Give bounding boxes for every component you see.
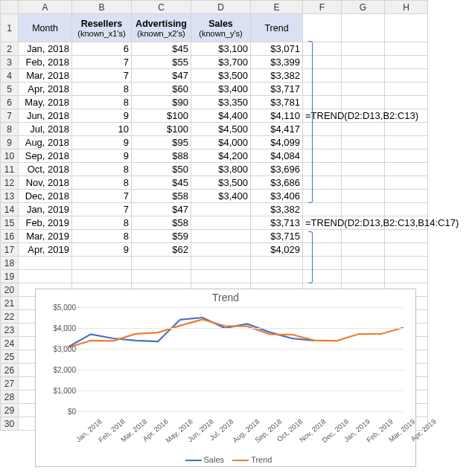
header-trend[interactable]: Trend — [251, 14, 303, 42]
cell[interactable] — [385, 243, 428, 257]
cell[interactable] — [385, 230, 428, 243]
table-row[interactable]: 17Apr, 20199$62$4,029 — [1, 243, 428, 257]
cell-trend[interactable]: $4,084 — [251, 149, 303, 163]
table-row[interactable]: 14Jan, 20197$47$3,382 — [1, 203, 428, 216]
row-number[interactable]: 10 — [1, 149, 19, 163]
cell[interactable] — [342, 83, 385, 96]
cell-trend[interactable]: $3,696 — [251, 163, 303, 176]
cell[interactable] — [385, 83, 428, 96]
row-number[interactable]: 28 — [1, 390, 19, 404]
table-row[interactable]: 2Jan, 20186$45$3,100$3,071 — [1, 42, 428, 56]
row-number[interactable]: 3 — [1, 56, 19, 69]
header-month[interactable]: Month — [19, 14, 72, 42]
table-row[interactable]: 4Mar, 20187$47$3,500$3,382 — [1, 69, 428, 83]
cell-resellers[interactable]: 8 — [72, 230, 132, 243]
table-row[interactable]: 19 — [1, 270, 428, 283]
cell-sales[interactable]: $3,350 — [191, 96, 251, 109]
cell-resellers[interactable]: 8 — [72, 163, 132, 176]
cell-advertising[interactable]: $58 — [132, 190, 191, 203]
cell[interactable] — [385, 190, 428, 203]
table-row[interactable]: 3Feb, 20187$55$3,700$3,399 — [1, 56, 428, 69]
column-header-row[interactable]: A B C D E F G H — [1, 1, 428, 14]
col-F[interactable]: F — [303, 1, 342, 14]
cell[interactable] — [342, 243, 385, 257]
cell[interactable] — [191, 270, 251, 283]
cell[interactable] — [342, 56, 385, 69]
cell[interactable] — [385, 136, 428, 149]
cell[interactable] — [385, 163, 428, 176]
cell-resellers[interactable]: 9 — [72, 109, 132, 123]
cell-sales[interactable] — [191, 203, 251, 216]
col-A[interactable]: A — [19, 1, 72, 14]
cell-resellers[interactable]: 9 — [72, 136, 132, 149]
cell[interactable] — [191, 257, 251, 270]
cell-trend[interactable]: $3,399 — [251, 56, 303, 69]
row-number[interactable]: 19 — [1, 270, 19, 283]
cell[interactable] — [132, 257, 191, 270]
table-row[interactable]: 15Feb, 20198$58$3,713=TREND(D2:D13,B2:C1… — [1, 216, 428, 230]
table-row[interactable]: 11Oct, 20188$50$3,800$3,696 — [1, 163, 428, 176]
table-row[interactable]: 9Aug, 20189$95$4,000$4,099 — [1, 136, 428, 149]
chart[interactable]: Trend Jan, 2018Feb, 2018Mar, 2018Apr, 20… — [35, 289, 416, 467]
cell[interactable] — [342, 69, 385, 83]
cell[interactable] — [132, 270, 191, 283]
cell-month[interactable]: Oct, 2018 — [19, 163, 72, 176]
row-number[interactable]: 12 — [1, 176, 19, 190]
row-number[interactable]: 2 — [1, 42, 19, 56]
cell[interactable] — [342, 176, 385, 190]
table-row[interactable]: 5Apr, 20188$60$3,400$3,717 — [1, 83, 428, 96]
row-number[interactable]: 6 — [1, 96, 19, 109]
table-row[interactable]: 10Sep, 20189$88$4,200$4,084 — [1, 149, 428, 163]
cell-month[interactable]: Aug, 2018 — [19, 136, 72, 149]
cell-advertising[interactable]: $88 — [132, 149, 191, 163]
cell[interactable] — [342, 149, 385, 163]
cell-resellers[interactable]: 8 — [72, 176, 132, 190]
cell[interactable] — [342, 163, 385, 176]
table-row[interactable]: 16Mar, 20198$59$3,715 — [1, 230, 428, 243]
cell-advertising[interactable]: $58 — [132, 216, 191, 230]
corner-cell[interactable] — [1, 1, 19, 14]
cell[interactable] — [251, 257, 303, 270]
cell-trend[interactable]: $3,382 — [251, 69, 303, 83]
table-row[interactable]: 18 — [1, 257, 428, 270]
cell-advertising[interactable]: $62 — [132, 243, 191, 257]
cell-month[interactable]: Jul, 2018 — [19, 123, 72, 136]
table-row[interactable]: 13Dec, 20187$58$3,400$3,406 — [1, 190, 428, 203]
cell[interactable] — [342, 190, 385, 203]
cell-sales[interactable] — [191, 243, 251, 257]
cell-month[interactable]: Sep, 2018 — [19, 149, 72, 163]
header-advertising[interactable]: Advertising (known_x2's) — [132, 14, 191, 42]
cell[interactable] — [385, 176, 428, 190]
row-number[interactable]: 9 — [1, 136, 19, 149]
cell[interactable] — [72, 270, 132, 283]
cell-sales[interactable]: $4,000 — [191, 136, 251, 149]
cell-advertising[interactable]: $59 — [132, 230, 191, 243]
cell-month[interactable]: Jan, 2018 — [19, 42, 72, 56]
row-number[interactable]: 29 — [1, 404, 19, 417]
cell-month[interactable]: Mar, 2019 — [19, 230, 72, 243]
cell-sales[interactable]: $3,400 — [191, 190, 251, 203]
cell-trend[interactable]: $4,029 — [251, 243, 303, 257]
cell-resellers[interactable]: 7 — [72, 56, 132, 69]
cell-advertising[interactable]: $45 — [132, 176, 191, 190]
cell-trend[interactable]: $3,071 — [251, 42, 303, 56]
cell-sales[interactable]: $3,100 — [191, 42, 251, 56]
cell-month[interactable]: Mar, 2018 — [19, 69, 72, 83]
cell[interactable] — [72, 257, 132, 270]
cell-advertising[interactable]: $47 — [132, 69, 191, 83]
cell[interactable] — [251, 270, 303, 283]
cell-resellers[interactable]: 7 — [72, 203, 132, 216]
row-number[interactable]: 24 — [1, 337, 19, 350]
cell-resellers[interactable]: 8 — [72, 96, 132, 109]
cell-advertising[interactable]: $47 — [132, 203, 191, 216]
row-number[interactable]: 26 — [1, 364, 19, 377]
cell-sales[interactable] — [191, 230, 251, 243]
cell-resellers[interactable]: 9 — [72, 149, 132, 163]
row-number[interactable]: 25 — [1, 350, 19, 364]
cell-sales[interactable]: $4,500 — [191, 123, 251, 136]
cell-month[interactable]: Feb, 2019 — [19, 216, 72, 230]
cell[interactable] — [385, 42, 428, 56]
cell-formula[interactable] — [303, 203, 342, 216]
cell-advertising[interactable]: $100 — [132, 109, 191, 123]
cell-trend[interactable]: $4,099 — [251, 136, 303, 149]
